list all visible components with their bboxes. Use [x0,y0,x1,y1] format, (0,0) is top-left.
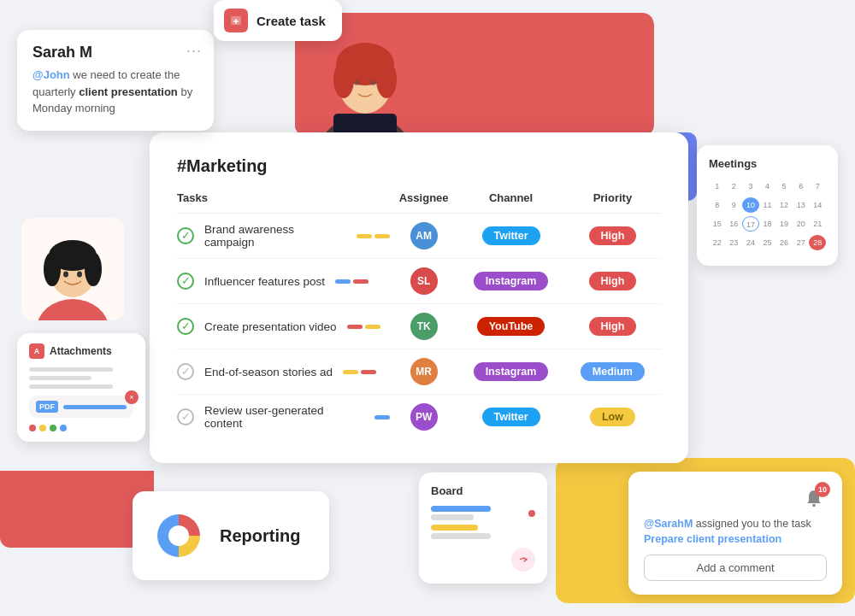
create-task-app-icon [224,9,248,32]
board-title: Board [431,484,535,497]
mini-calendar: 1 2 3 4 5 6 7 8 9 10 11 12 13 14 15 16 1… [709,179,826,250]
board-row-2 [431,525,535,539]
notification-card: 10 @SarahM assigned you to the task Prep… [628,472,842,595]
avatar-person-card [21,218,124,320]
sarah-name: Sarah M [32,44,198,62]
create-task-label: Create task [256,14,326,28]
today-date: 17 [742,216,759,232]
avatar: TK [410,313,438,340]
check-icon: ✓ [177,227,194,244]
red-background-bottom [0,471,154,548]
table-row[interactable]: ✓Create presentation videoTKYouTubeHigh [177,304,661,349]
channel-badge: Twitter [482,408,540,426]
svg-point-19 [77,272,82,278]
priority-badge: Medium [581,362,645,381]
pdf-badge: PDF [36,401,58,413]
task-name: Influencer features post [204,275,325,288]
bell-icon-wrap: 10 [801,485,827,511]
highlighted-date-red: 28 [809,235,826,250]
attachment-lines [29,367,133,389]
delete-attachment-button[interactable]: × [125,390,139,404]
svg-point-18 [63,272,68,278]
task-name: Brand awareness campaign [204,223,346,249]
pdf-attachment-row: PDF × [29,396,133,418]
check-icon: ✓ [177,363,194,380]
priority-badge: High [589,226,637,245]
board-row-1 [431,506,535,520]
attachments-app-icon: A [29,343,44,359]
svg-point-16 [85,252,102,286]
meetings-card: Meetings 1 2 3 4 5 6 7 8 9 10 11 12 13 1… [697,145,838,266]
col-header-priority: Priority [564,191,661,214]
svg-point-15 [44,252,61,286]
svg-point-10 [371,80,376,85]
marketing-title: #Marketing [177,156,661,176]
sarah-message: @John we need to create the quarterly cl… [32,67,198,117]
mention-tag: @John [32,68,70,81]
bell-badge-count: 10 [815,482,830,497]
reporting-label: Reporting [220,526,300,546]
svg-point-21 [812,503,816,507]
svg-point-20 [168,525,189,546]
notification-text: @SarahM assigned you to the task Prepare… [644,516,827,549]
col-header-tasks: Tasks [177,191,390,214]
avatar: AM [410,222,438,249]
task-name: End-of-season stories ad [204,366,333,378]
channel-badge: Twitter [482,226,540,245]
task-name: Create presentation video [204,320,337,333]
notif-task-link[interactable]: Prepare client presentation [644,533,781,545]
svg-point-7 [376,61,397,98]
task-table: Tasks Assignee Channel Priority ✓Brand a… [177,191,661,439]
check-icon: ✓ [177,273,194,290]
col-header-channel: Channel [457,191,564,214]
priority-badge: High [589,317,637,336]
attachments-card: A Attachments PDF × [17,333,145,442]
avatar: PW [410,403,438,431]
check-icon: ✓ [177,408,194,425]
attachment-dots [29,425,133,431]
meetings-title: Meetings [709,157,826,170]
table-row[interactable]: ✓End-of-season stories adMRInstagramMedi… [177,349,661,395]
channel-badge: YouTube [477,317,545,336]
notif-mention: @SarahM [644,518,693,530]
reporting-card: Reporting [133,491,329,580]
col-header-assignee: Assignee [390,191,457,214]
highlighted-date-blue: 10 [742,197,759,213]
board-arrow-button[interactable] [511,548,535,572]
avatar: MR [410,358,438,385]
table-row[interactable]: ✓Review user-generated contentPWTwitterL… [177,395,661,440]
priority-badge: High [589,272,637,290]
table-row[interactable]: ✓Influencer features postSLInstagramHigh [177,259,661,304]
attachments-title: Attachments [50,345,112,357]
svg-point-9 [354,80,359,85]
table-row[interactable]: ✓Brand awareness campaignAMTwitterHigh [177,214,661,259]
task-name: Review user-generated content [204,404,364,430]
create-task-card[interactable]: Create task [214,0,342,41]
svg-point-6 [333,61,354,98]
reporting-pie-chart [153,510,204,561]
add-comment-button[interactable]: Add a comment [644,554,827,581]
channel-badge: Instagram [474,362,549,381]
check-icon: ✓ [177,318,194,335]
board-card: Board [419,472,547,584]
avatar: SL [410,267,438,295]
marketing-card: #Marketing Tasks Assignee Channel Priori… [150,132,688,463]
priority-badge: Low [590,408,635,426]
more-options-dots[interactable]: ··· [186,42,202,60]
channel-badge: Instagram [474,272,549,290]
sarah-card: ··· Sarah M @John we need to create the … [17,30,214,131]
